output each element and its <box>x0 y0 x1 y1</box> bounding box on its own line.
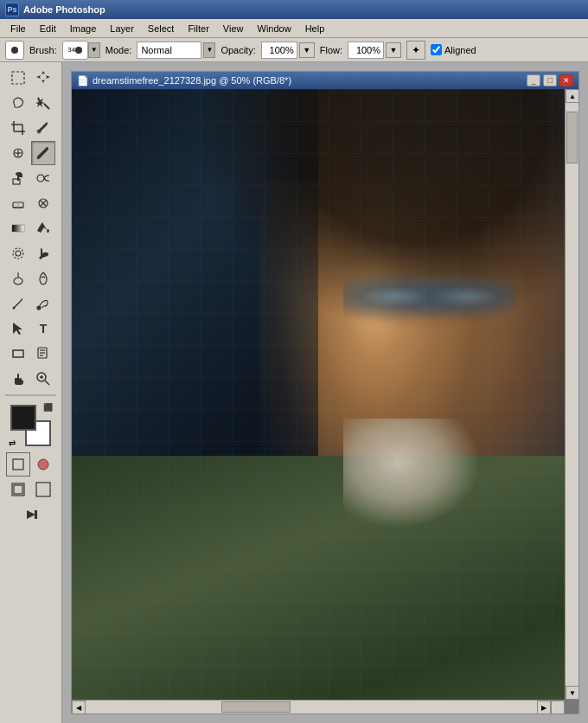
tool-row-1 <box>2 66 60 90</box>
app-icon: Ps <box>5 3 19 16</box>
menu-view[interactable]: View <box>216 22 251 35</box>
mode-arrow[interactable]: ▼ <box>203 42 215 58</box>
scroll-track-horizontal[interactable] <box>86 701 537 713</box>
scroll-right-arrow[interactable]: ▶ <box>537 701 551 713</box>
quick-mask-mode[interactable] <box>31 452 55 477</box>
vertical-scrollbar[interactable]: ▲ ▼ <box>565 89 578 700</box>
magic-wand-tool[interactable] <box>31 91 55 115</box>
gradient-tool[interactable] <box>6 216 30 240</box>
mode-dropdown[interactable]: Normal <box>137 42 201 59</box>
clone-stamp-tool[interactable] <box>6 166 30 190</box>
doc-maximize-button[interactable]: □ <box>543 74 557 86</box>
doc-minimize-button[interactable]: _ <box>527 74 540 86</box>
eraser-tool[interactable] <box>6 191 30 215</box>
menu-filter[interactable]: Filter <box>181 22 215 35</box>
svg-point-22 <box>16 251 21 256</box>
rectangle-shape-tool[interactable] <box>6 342 30 366</box>
standard-mode[interactable] <box>6 452 30 477</box>
menu-layer[interactable]: Layer <box>103 22 141 35</box>
scroll-track-vertical[interactable] <box>566 103 578 686</box>
opacity-group: ▼ <box>261 42 315 59</box>
document-title-group: 📄 dreamstimefree_2127328.jpg @ 50% (RGB/… <box>77 75 291 86</box>
scroll-up-arrow[interactable]: ▲ <box>566 89 578 103</box>
reset-colors-icon[interactable]: ⬛ <box>43 403 53 412</box>
brush-preview[interactable] <box>5 41 24 60</box>
aligned-checkbox-label[interactable]: Aligned <box>431 44 476 55</box>
lasso-tool[interactable] <box>6 91 30 115</box>
tool-row-7 <box>2 216 60 240</box>
app-title: Adobe Photoshop <box>23 4 105 15</box>
svg-rect-20 <box>12 225 24 232</box>
opacity-label: Opacity: <box>220 45 255 55</box>
hand-tool[interactable] <box>6 367 30 391</box>
healing-brush-tool[interactable] <box>6 141 30 165</box>
paint-bucket-tool[interactable] <box>31 216 55 240</box>
tool-row-10 <box>2 291 60 316</box>
menu-help[interactable]: Help <box>298 22 332 35</box>
brush-dropdown[interactable]: 34 <box>62 41 88 60</box>
marquee-tool[interactable] <box>6 66 30 90</box>
history-brush-tool[interactable] <box>31 166 55 190</box>
blur-tool[interactable] <box>6 241 30 266</box>
menu-window[interactable]: Window <box>251 22 298 35</box>
smudge-tool[interactable] <box>31 241 55 266</box>
svg-rect-0 <box>12 72 24 84</box>
svg-rect-37 <box>13 459 23 470</box>
eyedropper-tool[interactable] <box>31 116 55 140</box>
path-selection-tool[interactable] <box>6 317 30 341</box>
document-icon: 📄 <box>77 75 89 86</box>
document-titlebar: 📄 dreamstimefree_2127328.jpg @ 50% (RGB/… <box>72 72 578 89</box>
zoom-tool[interactable] <box>31 367 55 391</box>
brush-tool[interactable] <box>31 141 55 165</box>
document-controls: _ □ ✕ <box>527 74 573 86</box>
scroll-thumb-horizontal[interactable] <box>221 701 291 713</box>
flow-label: Flow: <box>320 45 342 55</box>
mode-label: Mode: <box>105 45 132 55</box>
svg-point-25 <box>13 307 16 310</box>
brush-size-arrow[interactable]: ▼ <box>88 42 100 58</box>
document-window: 📄 dreamstimefree_2127328.jpg @ 50% (RGB/… <box>71 71 579 714</box>
tool-row-12 <box>2 342 60 366</box>
brush-size-group: 34 ▼ <box>62 41 100 60</box>
crop-tool[interactable] <box>6 116 30 140</box>
background-eraser-tool[interactable] <box>31 191 55 215</box>
opacity-input[interactable] <box>261 42 297 59</box>
jump-to-imageready[interactable] <box>6 502 56 527</box>
foreground-color-swatch[interactable] <box>10 405 36 431</box>
svg-marker-3 <box>35 97 45 107</box>
opacity-arrow[interactable]: ▼ <box>299 42 315 58</box>
scroll-down-arrow[interactable]: ▼ <box>566 686 578 700</box>
flow-arrow[interactable]: ▼ <box>386 42 401 58</box>
svg-rect-38 <box>38 459 48 470</box>
move-tool[interactable] <box>31 66 55 90</box>
airbrush-toggle[interactable]: ✦ <box>406 41 425 60</box>
pen-tool[interactable] <box>6 291 30 316</box>
image-canvas[interactable] <box>72 89 565 700</box>
dodge-tool[interactable] <box>6 266 30 291</box>
scroll-left-arrow[interactable]: ◀ <box>72 701 86 713</box>
flow-input[interactable] <box>348 42 384 59</box>
aligned-checkbox[interactable] <box>431 44 442 55</box>
screen-mode-standard[interactable] <box>6 477 30 502</box>
svg-point-26 <box>37 306 41 310</box>
scroll-thumb-vertical[interactable] <box>566 112 578 163</box>
menu-file[interactable]: File <box>3 22 33 35</box>
canvas-area: 📄 dreamstimefree_2127328.jpg @ 50% (RGB/… <box>62 62 588 723</box>
menu-select[interactable]: Select <box>141 22 182 35</box>
canvas-inner[interactable] <box>72 89 565 700</box>
burn-tool[interactable] <box>31 266 55 291</box>
screen-mode-full[interactable] <box>31 477 55 502</box>
freeform-pen-tool[interactable] <box>31 291 55 316</box>
doc-close-button[interactable]: ✕ <box>559 74 573 86</box>
tool-row-8 <box>2 241 60 266</box>
horizontal-scrollbar[interactable]: ◀ ▶ <box>72 700 565 713</box>
notes-tool[interactable] <box>31 342 55 366</box>
portrait-collar <box>343 419 482 528</box>
menu-edit[interactable]: Edit <box>33 22 63 35</box>
toolbar-separator <box>5 394 56 396</box>
svg-marker-42 <box>27 510 35 519</box>
text-tool[interactable]: T <box>31 317 55 341</box>
menu-image[interactable]: Image <box>63 22 104 35</box>
svg-rect-28 <box>13 350 23 357</box>
swap-colors-icon[interactable]: ⇄ <box>9 438 16 448</box>
